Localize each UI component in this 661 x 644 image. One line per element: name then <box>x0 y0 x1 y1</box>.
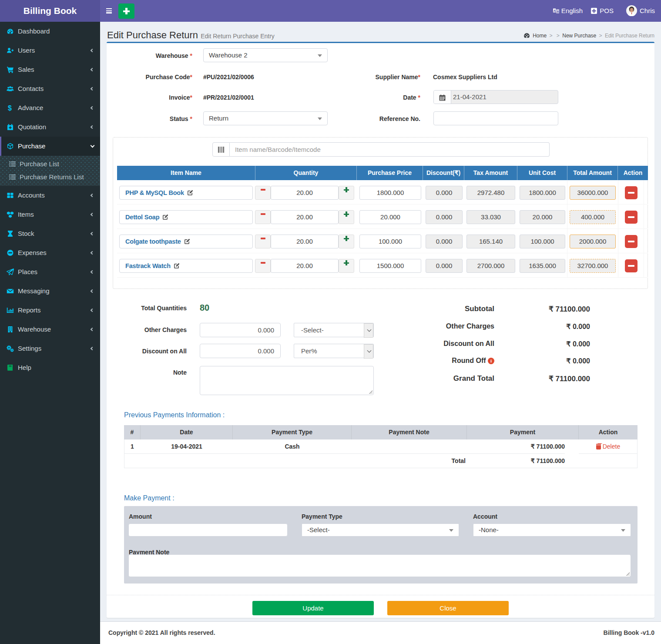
svg-text:$: $ <box>8 104 12 112</box>
svg-text:A: A <box>557 10 559 13</box>
svg-text:A: A <box>554 9 556 12</box>
